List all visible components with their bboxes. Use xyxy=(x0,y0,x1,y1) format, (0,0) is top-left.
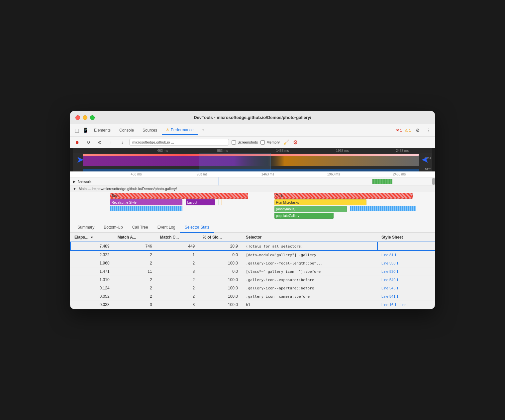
blue-stripe-left xyxy=(110,206,182,211)
tick-5: 2463 ms xyxy=(372,149,432,153)
refresh-button[interactable]: ↺ xyxy=(84,138,93,147)
table-row[interactable]: 1.31022100.0.gallery-icon--exposure::bef… xyxy=(70,276,435,284)
collapse-icon[interactable]: ▼ xyxy=(73,187,76,191)
anonymous-block[interactable]: (anonymous) xyxy=(274,206,347,212)
network-bar xyxy=(372,179,392,184)
cell-selector: .gallery-icon--focal-length::bef... xyxy=(242,259,377,267)
cell-match-count: 2 xyxy=(156,292,199,301)
minimize-button[interactable] xyxy=(83,115,87,120)
tick-3: 1463 ms xyxy=(252,149,312,153)
settings-icon[interactable]: ⚙ xyxy=(414,126,422,134)
memory-checkbox[interactable] xyxy=(260,140,265,145)
th-elapsed[interactable]: Elaps... ▼ xyxy=(70,233,114,242)
device-icon[interactable]: 📱 xyxy=(81,126,89,134)
cell-match-count: 2 xyxy=(156,259,199,267)
tab-bottom-up[interactable]: Bottom-Up xyxy=(99,222,127,233)
scrollbar-area xyxy=(432,178,435,185)
inspect-icon[interactable]: ⬚ xyxy=(73,126,81,134)
table-row[interactable]: 7.48974644920.9(Totals for all selectors… xyxy=(70,242,435,251)
tab-elements[interactable]: Elements xyxy=(90,126,115,135)
cell-stylesheet[interactable]: Line 549:1 xyxy=(377,276,435,284)
cell-stylesheet[interactable]: Line 545:1 xyxy=(377,284,435,292)
upload-button[interactable]: ↑ xyxy=(107,138,115,147)
cell-stylesheet[interactable]: Line 541:1 xyxy=(377,292,435,301)
cell-elapsed: 0.052 xyxy=(70,292,114,301)
main-ruler: 463 ms 963 ms 1463 ms 1963 ms 2463 ms xyxy=(70,171,435,177)
main-thread-label: ▼ Main — https://microsoftedge.github.io… xyxy=(70,186,435,192)
download-button[interactable]: ↓ xyxy=(118,138,127,147)
task-block-left[interactable]: Task xyxy=(110,193,248,199)
error-badge[interactable]: ✖ 1 xyxy=(396,128,402,133)
screenshots-checkbox[interactable] xyxy=(232,140,236,145)
cell-pct-slow: 100.0 xyxy=(199,259,242,267)
cleanup-icon[interactable]: 🧹 xyxy=(282,138,290,146)
populate-block[interactable]: populateGallery xyxy=(274,213,334,219)
more-options-icon[interactable]: ⋮ xyxy=(424,126,432,134)
layout-block[interactable]: Layout xyxy=(186,199,215,205)
cell-elapsed: 7.489 xyxy=(70,242,114,251)
tab-summary[interactable]: Summary xyxy=(73,222,99,233)
cell-stylesheet[interactable]: Line 553:1 xyxy=(377,259,435,267)
expand-icon[interactable]: ▶ xyxy=(73,179,75,183)
cell-match-attempts: 2 xyxy=(114,259,156,267)
traffic-lights xyxy=(75,115,95,120)
flame-row-3: (anonymous) xyxy=(103,206,432,212)
minimap-canvas[interactable]: NET CPU xyxy=(73,153,432,171)
tab-console[interactable]: Console xyxy=(115,126,138,135)
th-stylesheet[interactable]: Style Sheet xyxy=(377,233,435,242)
cell-match-attempts: 2 xyxy=(114,284,156,292)
task-block-right[interactable]: Task xyxy=(274,193,413,199)
tab-selector-stats[interactable]: Selector Stats xyxy=(180,222,214,233)
microtasks-block[interactable]: Run Microtasks xyxy=(274,199,366,205)
cell-stylesheet[interactable]: Line 530:1 xyxy=(377,267,435,276)
cell-stylesheet[interactable] xyxy=(377,242,435,251)
tab-event-log[interactable]: Event Log xyxy=(153,222,180,233)
cell-stylesheet[interactable]: Line 81:1 xyxy=(377,251,435,259)
tab-more[interactable]: » xyxy=(198,126,209,135)
table-row[interactable]: 0.05222100.0.gallery-icon--camera::befor… xyxy=(70,292,435,301)
close-button[interactable] xyxy=(75,115,80,120)
cell-pct-slow: 0.0 xyxy=(199,251,242,259)
maximize-button[interactable] xyxy=(90,115,95,120)
cell-match-count: 1 xyxy=(156,251,199,259)
recalc-block[interactable]: Recalcu...e Style xyxy=(110,199,182,205)
sub-toolbar: ⏺ ↺ ⊘ ↑ ↓ microsoftedge.github.io ... Sc… xyxy=(70,137,435,148)
th-selector[interactable]: Selector xyxy=(242,233,377,242)
th-match-count[interactable]: Match C... xyxy=(156,233,199,242)
table-container: Elaps... ▼ Match A... Match C... % of Sl… xyxy=(70,233,435,309)
header-row: Elaps... ▼ Match A... Match C... % of Sl… xyxy=(70,233,435,242)
sort-arrow-icon: ▼ xyxy=(90,236,93,239)
performance-panel: ➤ ➤ 463 ms 963 ms 1463 ms 1963 ms 2463 m… xyxy=(70,148,435,309)
tab-sources[interactable]: Sources xyxy=(139,126,161,135)
cell-match-count: 3 xyxy=(156,301,199,309)
table-row[interactable]: 0.12422100.0.gallery-icon--aperture::bef… xyxy=(70,284,435,292)
tick-2: 963 ms xyxy=(193,149,252,153)
table-row[interactable]: 1.4711180.0[class*=" gallery-icon--"]::b… xyxy=(70,267,435,276)
warning-count: 1 xyxy=(409,128,411,132)
network-track: ▶ Network xyxy=(70,177,435,186)
cell-pct-slow: 100.0 xyxy=(199,276,242,284)
table-row[interactable]: 2.322210.0[data-module="gallery"] .galle… xyxy=(70,251,435,259)
cell-stylesheet[interactable]: Line 16:1 , Line... xyxy=(377,301,435,309)
table-row[interactable]: 1.96022100.0.gallery-icon--focal-length:… xyxy=(70,259,435,267)
scrollbar-thumb[interactable] xyxy=(432,178,435,185)
blue-stripe-right xyxy=(350,206,416,211)
th-match-attempts[interactable]: Match A... xyxy=(114,233,156,242)
screenshots-checkbox-label[interactable]: Screenshots xyxy=(232,140,258,145)
ruler-ticks: 463 ms 963 ms 1463 ms 1963 ms 2463 ms xyxy=(103,172,432,176)
minimap-area: ➤ ➤ 463 ms 963 ms 1463 ms 1963 ms 2463 m… xyxy=(70,148,435,171)
record-button[interactable]: ⏺ xyxy=(73,138,81,147)
table-row[interactable]: 0.03333100.0h1Line 16:1 , Line... xyxy=(70,301,435,309)
main-tick-2: 963 ms xyxy=(169,172,235,176)
cell-selector: [class*=" gallery-icon--"]::before xyxy=(242,267,377,276)
performance-settings-icon[interactable]: ⚙ xyxy=(293,139,298,146)
tab-performance[interactable]: ⚠ Performance xyxy=(162,126,198,135)
clear-button[interactable]: ⊘ xyxy=(95,138,104,147)
memory-checkbox-label[interactable]: Memory xyxy=(260,140,280,145)
cell-selector: h1 xyxy=(242,301,377,309)
th-pct-slow[interactable]: % of Slo... xyxy=(199,233,242,242)
cell-match-attempts: 2 xyxy=(114,292,156,301)
toolbar-right: ✖ 1 ⚠ 1 ⚙ ⋮ xyxy=(396,126,432,134)
tab-call-tree[interactable]: Call Tree xyxy=(128,222,153,233)
warning-badge[interactable]: ⚠ 1 xyxy=(405,128,411,133)
